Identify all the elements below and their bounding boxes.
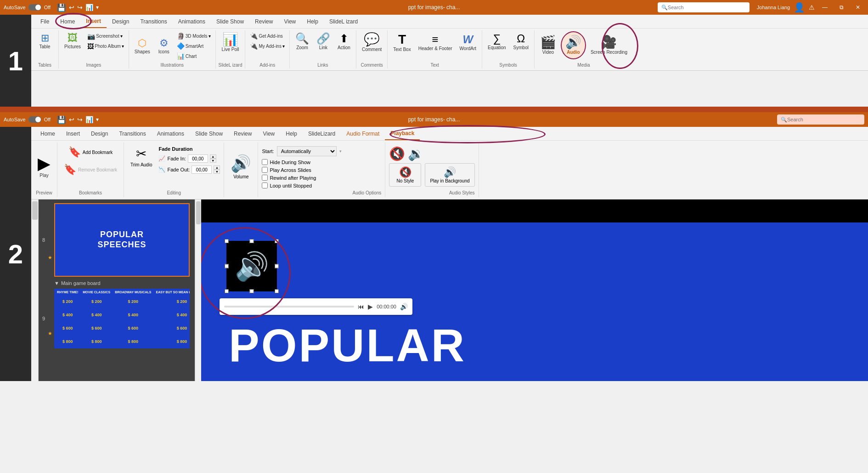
ribbon-btn-getaddins[interactable]: 🔌 Get Add-ins [248, 31, 286, 40]
pb-btn-volume[interactable]: 🔊 Volume [228, 152, 254, 181]
rewind-checkbox[interactable] [262, 175, 268, 181]
player-volume-btn[interactable]: 🔊 [400, 303, 408, 310]
tab-file-1[interactable]: File [35, 15, 55, 28]
pb-btn-play[interactable]: ▶ Play [35, 154, 53, 180]
tab-slidelizard-1[interactable]: SlideL izard [324, 15, 363, 28]
section-collapse-icon[interactable]: ▼ [54, 280, 59, 286]
ribbon-btn-wordart[interactable]: W WordArt [457, 32, 479, 53]
slide-item-9[interactable]: 9 ★ RHYME TIME! MOVIE CLASSICS BROADWAY … [54, 289, 193, 348]
autosave-toggle-1[interactable] [28, 4, 41, 11]
notification-icon-1[interactable]: ⚠ [809, 4, 815, 11]
player-play-btn[interactable]: ▶ [368, 303, 373, 310]
fade-out-input[interactable] [192, 165, 212, 174]
ribbon-btn-table[interactable]: ⊞ Table [36, 31, 54, 51]
ribbon-btn-symbol[interactable]: Ω Symbol [511, 31, 531, 52]
customize-icon-2[interactable]: ▾ [96, 116, 99, 123]
tab-slideshow-2[interactable]: Slide Show [190, 127, 228, 140]
tab-animations-2[interactable]: Animations [152, 127, 190, 140]
tab-slideshow-1[interactable]: Slide Show [211, 15, 249, 28]
slide-item-8[interactable]: 8 ★ POPULARSPEECHES [54, 203, 193, 277]
scroll-thumb-vertical[interactable] [196, 201, 201, 224]
ribbon-btn-smartart[interactable]: 🔷 SmartArt [175, 41, 213, 51]
ribbon-btn-textbox[interactable]: T Text Box [390, 31, 413, 54]
ribbon-btn-icons[interactable]: ⚙ Icons [155, 36, 173, 56]
pb-btn-trimaudio[interactable]: ✂ Trim Audio [128, 144, 155, 169]
tab-design-1[interactable]: Design [107, 15, 135, 28]
scroll-area-vertical[interactable] [195, 199, 201, 381]
fade-in-up-btn[interactable]: ▲ [210, 154, 216, 159]
save-icon-2[interactable]: 💾 [57, 115, 66, 124]
handle-bc[interactable] [250, 289, 254, 293]
start-select[interactable]: Automatically On Click [277, 146, 337, 156]
search-input-1[interactable] [668, 5, 741, 10]
tab-transitions-2[interactable]: Transitions [113, 127, 151, 140]
ribbon-btn-comment[interactable]: 💬 Comment [359, 31, 384, 54]
ribbon-btn-myaddins[interactable]: 🔌 My Add-ins ▾ [248, 41, 286, 51]
handle-mr[interactable] [275, 264, 279, 268]
tab-review-2[interactable]: Review [228, 127, 257, 140]
redo-icon-2[interactable]: ↪ [77, 116, 83, 123]
fade-out-down-btn[interactable]: ▼ [214, 170, 220, 174]
ribbon-btn-zoom[interactable]: 🔍 Zoom [293, 31, 312, 52]
ribbon-btn-equation[interactable]: ∑ Equation [485, 31, 508, 52]
tab-home-1[interactable]: Home [55, 15, 80, 28]
pb-btn-removebookmark[interactable]: 🔖 Remove Bookmark [61, 162, 120, 177]
redo-icon-1[interactable]: ↪ [77, 4, 83, 11]
customize-icon-1[interactable]: ▾ [96, 4, 99, 11]
tab-slidelizard-2[interactable]: SlideLizard [303, 127, 341, 140]
ribbon-btn-link[interactable]: 🔗 Link [314, 31, 333, 52]
handle-tr[interactable] [275, 239, 279, 243]
undo-icon-1[interactable]: ↩ [69, 4, 74, 11]
ribbon-btn-chart[interactable]: 📊 Chart [175, 51, 213, 61]
play-in-background-btn[interactable]: 🔊 Play in Background [425, 163, 474, 187]
autosave-toggle-2[interactable] [28, 116, 41, 123]
play-across-checkbox[interactable] [262, 167, 268, 173]
ribbon-btn-audio[interactable]: 🔊 Audio [561, 31, 586, 59]
fade-in-input[interactable] [188, 154, 208, 163]
ribbon-btn-photoalbum[interactable]: 🖼 Photo Album ▾ [85, 42, 126, 51]
tab-transitions-1[interactable]: Transitions [135, 15, 172, 28]
user-avatar-1[interactable]: 👤 [794, 2, 805, 13]
player-back-btn[interactable]: ⏮ [358, 303, 364, 310]
undo-icon-2[interactable]: ↩ [69, 116, 74, 123]
tab-audioformat[interactable]: Audio Format [341, 127, 385, 140]
restore-button-1[interactable]: ⧉ [835, 2, 848, 12]
ribbon-btn-3dmodels[interactable]: 🗿 3D Models ▾ [175, 31, 213, 40]
ribbon-btn-headerfooter[interactable]: ≡ Header & Footer [416, 32, 455, 53]
ribbon-btn-screenrecording[interactable]: 🎥 Screen Recording [588, 34, 630, 57]
handle-tl[interactable] [225, 239, 229, 243]
tab-home-2[interactable]: Home [35, 127, 61, 140]
handle-ml[interactable] [225, 264, 229, 268]
fade-out-up-btn[interactable]: ▲ [214, 165, 220, 170]
hide-during-checkbox[interactable] [262, 159, 268, 165]
audio-element-container[interactable]: 🔊 [226, 241, 277, 291]
player-progress-bar[interactable] [224, 306, 354, 308]
ribbon-btn-action[interactable]: ⬆ Action [335, 31, 353, 52]
tab-view-1[interactable]: View [278, 15, 301, 28]
no-style-btn[interactable]: 🔇 No Style [389, 163, 421, 187]
close-button-1[interactable]: ✕ [851, 2, 864, 12]
pb-btn-addbookmark[interactable]: 🔖 Add Bookmark [66, 144, 116, 160]
save-icon-1[interactable]: 💾 [57, 3, 66, 12]
tab-review-1[interactable]: Review [249, 15, 278, 28]
search-bar-2[interactable]: 🔍 [777, 114, 864, 125]
fade-in-down-btn[interactable]: ▼ [210, 159, 216, 163]
handle-tc[interactable] [250, 239, 254, 243]
slide-thumb-8[interactable]: POPULARSPEECHES [54, 203, 190, 277]
present-icon-1[interactable]: 📊 [85, 4, 93, 11]
handle-bl[interactable] [225, 289, 229, 293]
tab-playback[interactable]: Playback [385, 127, 420, 140]
tab-insert-2[interactable]: Insert [61, 127, 85, 140]
loop-checkbox[interactable] [262, 182, 268, 188]
ribbon-btn-pictures[interactable]: 🖼 Pictures [62, 31, 84, 51]
tab-design-2[interactable]: Design [85, 127, 113, 140]
tab-help-1[interactable]: Help [301, 15, 324, 28]
ribbon-btn-screenshot[interactable]: 📷 Screenshot ▾ [85, 32, 126, 41]
tab-view-2[interactable]: View [257, 127, 280, 140]
handle-br[interactable] [275, 289, 279, 293]
scroll-area-left[interactable] [31, 199, 39, 381]
present-icon-2[interactable]: 📊 [85, 116, 93, 123]
scroll-thumb-left[interactable] [32, 201, 38, 220]
tab-animations-1[interactable]: Animations [173, 15, 211, 28]
ribbon-btn-video[interactable]: 🎬 Video [537, 34, 559, 57]
